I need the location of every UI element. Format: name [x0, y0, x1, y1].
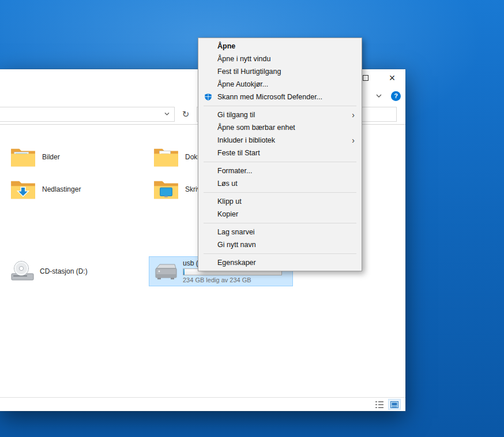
status-bar: [0, 397, 405, 411]
menu-separator: [204, 106, 356, 106]
menu-item-apne-som-baerbar-enhet[interactable]: Åpne som bærbar enhet: [198, 121, 362, 134]
capacity-bar-fill: [183, 269, 185, 275]
menu-separator: [204, 162, 356, 162]
chevron-down-icon: [164, 113, 170, 115]
menu-item-kopier[interactable]: Kopier: [198, 208, 362, 221]
close-icon: ×: [389, 73, 396, 83]
menu-item-apne-i-nytt-vindu[interactable]: Åpne i nytt vindu: [198, 53, 362, 65]
menu-item-apne-autokjor[interactable]: Åpne Autokjør...: [198, 78, 362, 91]
address-dropdown-button[interactable]: [159, 107, 174, 121]
chevron-down-icon: [376, 94, 382, 98]
file-tile-nedlastinger[interactable]: Nedlastinger: [6, 174, 140, 204]
context-menu: Åpne Åpne i nytt vindu Fest til Hurtigti…: [198, 38, 362, 271]
device-tile-cd-drive[interactable]: CD-stasjon (D:): [6, 256, 140, 286]
maximize-icon: [363, 75, 368, 81]
menu-item-gi-nytt-navn[interactable]: Gi nytt navn: [198, 238, 362, 251]
help-button[interactable]: ?: [391, 91, 401, 101]
thumbnail-view-icon: [390, 401, 398, 408]
menu-item-apne[interactable]: Åpne: [198, 40, 362, 53]
file-tile-bilder[interactable]: Bilder: [6, 142, 140, 172]
pictures-folder-icon: [10, 146, 36, 168]
menu-item-klipp-ut[interactable]: Klipp ut: [198, 195, 362, 208]
menu-separator: [204, 253, 356, 254]
expand-ribbon-button[interactable]: [374, 91, 384, 101]
menu-item-feste-til-start[interactable]: Feste til Start: [198, 147, 362, 159]
defender-icon: [204, 93, 212, 101]
desktop: × ? ↻: [0, 0, 504, 437]
submenu-arrow-icon: ›: [352, 111, 357, 119]
documents-folder-icon: [153, 146, 179, 168]
menu-item-fest-til-hurtigtilgang[interactable]: Fest til Hurtigtilgang: [198, 65, 362, 78]
cd-drive-icon: [10, 260, 35, 283]
help-icon: ?: [394, 92, 398, 99]
submenu-arrow-icon: ›: [352, 136, 357, 144]
menu-separator: [204, 223, 356, 223]
file-tile-label: Nedlastinger: [42, 185, 81, 193]
device-label: CD-stasjon (D:): [40, 267, 88, 275]
menu-item-inkluder-i-bibliotek[interactable]: Inkluder i bibliotek ›: [198, 134, 362, 147]
address-bar[interactable]: [0, 107, 175, 122]
menu-item-gi-tilgang-til[interactable]: Gi tilgang til ›: [198, 109, 362, 121]
menu-separator: [204, 192, 356, 193]
thumbnail-view-button[interactable]: [388, 399, 401, 410]
close-button[interactable]: ×: [379, 69, 405, 87]
menu-item-skann-med-defender[interactable]: Skann med Microsoft Defender...: [198, 91, 362, 103]
file-tile-label: Bilder: [42, 153, 60, 161]
menu-item-egenskaper[interactable]: Egenskaper: [198, 256, 362, 269]
menu-item-formater[interactable]: Formater...: [198, 165, 362, 177]
details-view-button[interactable]: [373, 399, 386, 410]
refresh-icon: ↻: [182, 109, 190, 119]
device-free-space: 234 GB ledig av 234 GB: [183, 277, 282, 283]
menu-item-los-ut[interactable]: Løs ut: [198, 177, 362, 190]
downloads-folder-icon: [10, 178, 36, 200]
desktop-folder-icon: [153, 178, 179, 200]
usb-drive-icon: [153, 260, 178, 282]
refresh-button[interactable]: ↻: [178, 107, 194, 122]
details-view-icon: [375, 401, 383, 408]
menu-item-lag-snarvei[interactable]: Lag snarvei: [198, 226, 362, 238]
